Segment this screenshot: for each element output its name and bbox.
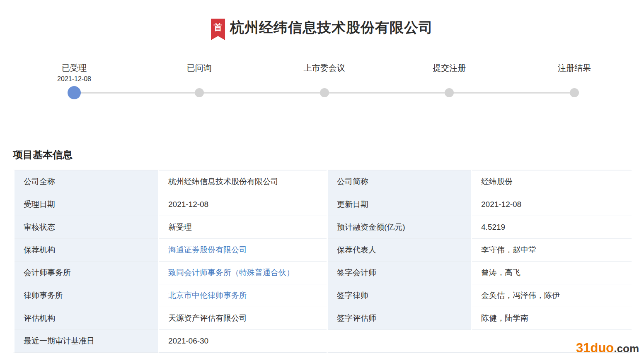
row-label: 律师事务所 [14, 284, 159, 307]
row-label: 保荐代表人 [327, 239, 472, 262]
step-inquired: 已问询 [154, 63, 245, 73]
badge-label: 首 [214, 22, 223, 33]
row-label: 审核状态 [14, 216, 159, 239]
table-row-status-financing: 审核状态 新受理 预计融资金额(亿元) 4.5219 [14, 216, 632, 239]
table-row-company-name: 公司全称 杭州经纬信息技术股份有限公司 公司简称 经纬股份 [14, 171, 632, 193]
row-label: 公司简称 [327, 171, 472, 193]
table-row-dates: 受理日期 2021-12-08 更新日期 2021-12-08 [14, 193, 632, 216]
step-label: 上市委会议 [279, 63, 370, 73]
table-row-law-firm: 律师事务所 北京市中伦律师事务所 签字律师 金奂佶，冯泽伟，陈伊 [14, 284, 632, 307]
row-value: 2021-12-08 [472, 193, 632, 216]
step-date: 2021-12-08 [29, 75, 120, 83]
sponsor-link[interactable]: 海通证券股份有限公司 [168, 245, 247, 254]
step-registration-submitted: 提交注册 [404, 63, 495, 73]
row-label: 最近一期审计基准日 [14, 330, 159, 353]
page-title: 杭州经纬信息技术股份有限公司 [230, 18, 433, 36]
law-firm-link[interactable]: 北京市中伦律师事务所 [168, 291, 247, 300]
step-dot [195, 88, 204, 97]
row-label: 会计师事务所 [14, 262, 159, 284]
step-accepted: 已受理 2021-12-08 [29, 63, 120, 83]
row-label: 预计融资金额(亿元) [327, 216, 472, 239]
watermark-suffix: .com [614, 342, 639, 355]
step-dot [320, 88, 329, 97]
row-value: 天源资产评估有限公司 [159, 307, 327, 330]
accounting-firm-link[interactable]: 致同会计师事务所（特殊普通合伙） [168, 268, 294, 277]
step-dot [445, 88, 454, 97]
step-label: 已问询 [154, 63, 245, 73]
review-progress-stepper: 已受理 2021-12-08 已问询 上市委会议 提交注册 注册结果 [74, 63, 574, 108]
step-label: 已受理 [29, 63, 120, 73]
row-value: 致同会计师事务所（特殊普通合伙） [159, 262, 327, 284]
step-dot-active [68, 86, 81, 99]
row-value: 海通证券股份有限公司 [159, 239, 327, 262]
watermark-brand: 31duo [576, 341, 614, 355]
project-info-table: 公司全称 杭州经纬信息技术股份有限公司 公司简称 经纬股份 受理日期 2021-… [13, 170, 631, 353]
row-value: 金奂佶，冯泽伟，陈伊 [472, 284, 632, 307]
row-label: 受理日期 [14, 193, 159, 216]
row-value: 2021-12-08 [159, 193, 327, 216]
step-registration-result: 注册结果 [529, 63, 620, 73]
table-row-appraisal: 评估机构 天源资产评估有限公司 签字评估师 陈健，陆学南 [14, 307, 632, 330]
row-value: 4.5219 [472, 216, 632, 239]
row-value: 陈健，陆学南 [472, 307, 632, 330]
row-value: 北京市中伦律师事务所 [159, 284, 327, 307]
row-value: 2021-06-30 [159, 330, 327, 353]
step-dot [570, 88, 579, 97]
step-label: 注册结果 [529, 63, 620, 73]
row-value: 新受理 [159, 216, 327, 239]
row-label: 更新日期 [327, 193, 472, 216]
row-value: 曾涛，高飞 [472, 262, 632, 284]
table-row-accounting-firm: 会计师事务所 致同会计师事务所（特殊普通合伙） 签字会计师 曾涛，高飞 [14, 262, 632, 284]
row-value: 李守伟，赵中堂 [472, 239, 632, 262]
row-value: 杭州经纬信息技术股份有限公司 [159, 171, 327, 193]
step-listing-committee: 上市委会议 [279, 63, 370, 73]
row-value: 经纬股份 [472, 171, 632, 193]
table-row-audit-date: 最近一期审计基准日 2021-06-30 [14, 330, 632, 353]
section-title-basic-info: 项目基本信息 [13, 148, 644, 161]
row-label: 公司全称 [14, 171, 159, 193]
row-label: 签字评估师 [327, 307, 472, 330]
first-application-badge-icon: 首 [211, 19, 225, 40]
row-label: 签字律师 [327, 284, 472, 307]
table-row-sponsor: 保荐机构 海通证券股份有限公司 保荐代表人 李守伟，赵中堂 [14, 239, 632, 262]
site-watermark: 31duo.com [576, 341, 639, 356]
page-header: 首 杭州经纬信息技术股份有限公司 [0, 18, 644, 41]
row-label: 签字会计师 [327, 262, 472, 284]
step-label: 提交注册 [404, 63, 495, 73]
row-label: 评估机构 [14, 307, 159, 330]
row-label: 保荐机构 [14, 239, 159, 262]
